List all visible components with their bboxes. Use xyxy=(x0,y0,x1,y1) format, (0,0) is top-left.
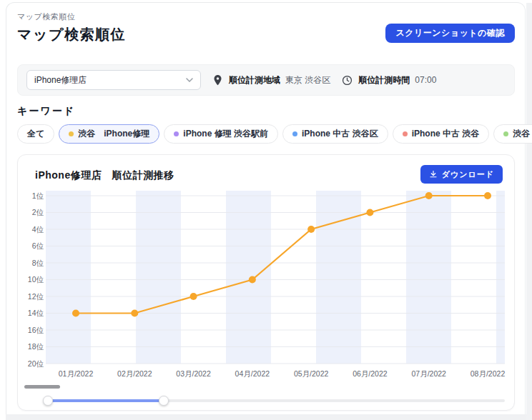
keyword-chip-label: iPhone 中古 渋谷区 xyxy=(302,128,378,140)
breadcrumb: マップ検索順位 xyxy=(17,11,75,22)
data-point[interactable] xyxy=(190,293,197,300)
y-axis-tick-label: 6位 xyxy=(32,241,44,250)
data-point[interactable] xyxy=(484,192,491,199)
download-button[interactable]: ダウンロード xyxy=(420,165,503,184)
page-title: マップ検索順位 xyxy=(17,25,126,44)
y-axis-tick-label: 4位 xyxy=(32,225,44,234)
keyword-color-dot xyxy=(69,131,74,136)
keyword-chip[interactable]: iPhone 中古 渋谷 xyxy=(393,124,490,144)
x-axis-tick-label: 07月/2022 xyxy=(411,369,446,378)
clock-icon xyxy=(342,75,353,86)
data-point[interactable] xyxy=(131,310,138,317)
keyword-chip[interactable]: iPhone 修理 渋谷駅前 xyxy=(164,124,278,144)
x-axis-tick-label: 08月/2022 xyxy=(471,369,506,378)
keyword-color-dot xyxy=(174,131,179,136)
data-point[interactable] xyxy=(366,209,373,216)
store-select[interactable]: iPhone修理店 xyxy=(26,70,201,90)
chevron-down-icon xyxy=(186,78,193,82)
area-label: 順位計測地域 xyxy=(229,74,280,86)
keywords-heading: キーワード xyxy=(17,105,75,118)
keyword-chip-label: iPhone 中古 渋谷 xyxy=(412,128,480,140)
slider-handle-left[interactable] xyxy=(43,396,53,406)
data-point[interactable] xyxy=(307,226,315,233)
y-axis-tick-label: 2位 xyxy=(32,208,44,216)
keyword-chip[interactable]: 渋谷 iPhone修理 xyxy=(59,124,159,144)
download-icon xyxy=(429,170,438,179)
location-pin-icon xyxy=(212,74,223,86)
x-axis-tick-label: 02月/2022 xyxy=(117,369,152,378)
y-axis-tick-label: 18位 xyxy=(28,342,44,351)
data-point[interactable] xyxy=(72,310,79,317)
y-axis-tick-label: 12位 xyxy=(28,292,44,301)
slider-handle-right[interactable] xyxy=(159,396,169,406)
data-point[interactable] xyxy=(249,276,256,284)
keyword-chip-label: 渋谷 iPhone修理 xyxy=(78,128,149,140)
keyword-chip-label: 全て xyxy=(27,128,44,140)
page-bottom-edge xyxy=(6,414,526,420)
slider-selected-range xyxy=(48,399,164,402)
time-label: 順位計測時間 xyxy=(358,74,410,86)
chart-card: iPhone修理店 順位計測推移 ダウンロード 1位2位4位6位8位10位12位… xyxy=(17,154,515,411)
filter-bar: iPhone修理店 順位計測地域 東京 渋谷区 順位計測時間 07:00 xyxy=(17,64,515,96)
download-button-label: ダウンロード xyxy=(442,169,494,180)
keyword-color-dot xyxy=(403,131,408,136)
x-axis-tick-label: 01月/2022 xyxy=(59,369,94,378)
keyword-chip[interactable]: iPhone 中古 渋谷区 xyxy=(282,124,388,144)
screenshot-confirm-button[interactable]: スクリーンショットの確認 xyxy=(385,24,515,43)
chart-title: iPhone修理店 順位計測推移 xyxy=(35,169,174,182)
store-select-value: iPhone修理店 xyxy=(34,74,87,86)
chart-scrollbar-thumb[interactable] xyxy=(24,385,60,389)
y-axis-tick-label: 16位 xyxy=(28,326,44,334)
x-axis-tick-label: 04月/2022 xyxy=(235,369,270,378)
chart-background-stripe xyxy=(136,191,181,364)
keyword-chip[interactable]: 渋谷 iPhone xyxy=(493,124,532,144)
keyword-color-dot xyxy=(503,131,508,136)
chart-background-stripe xyxy=(226,191,271,364)
x-axis-tick-label: 06月/2022 xyxy=(353,369,388,378)
chart-background-stripe xyxy=(46,191,91,364)
chart-background-stripe xyxy=(406,191,451,364)
area-value: 東京 渋谷区 xyxy=(285,74,330,86)
keyword-chip[interactable]: 全て xyxy=(17,124,54,144)
y-axis-tick-label: 14位 xyxy=(28,309,44,317)
window-scrollbar[interactable] xyxy=(526,3,532,420)
keyword-color-dot xyxy=(292,131,297,136)
keyword-chip-list: 全て渋谷 iPhone修理iPhone 修理 渋谷駅前iPhone 中古 渋谷区… xyxy=(17,124,532,144)
time-value: 07:00 xyxy=(415,75,436,85)
y-axis-tick-label: 1位 xyxy=(32,191,44,200)
x-axis-tick-label: 03月/2022 xyxy=(176,369,211,378)
data-point[interactable] xyxy=(425,192,433,199)
y-axis-tick-label: 10位 xyxy=(28,275,44,284)
chart-background-stripe xyxy=(496,191,505,364)
y-axis-tick-label: 20位 xyxy=(28,359,44,368)
rank-trend-chart: 1位2位4位6位8位10位12位14位16位18位20位01月/202202月/… xyxy=(18,186,516,395)
keyword-chip-label: 渋谷 iPhone xyxy=(513,128,532,140)
keyword-chip-label: iPhone 修理 渋谷駅前 xyxy=(183,128,268,140)
x-axis-tick-label: 05月/2022 xyxy=(294,369,329,378)
y-axis-tick-label: 8位 xyxy=(32,259,44,267)
